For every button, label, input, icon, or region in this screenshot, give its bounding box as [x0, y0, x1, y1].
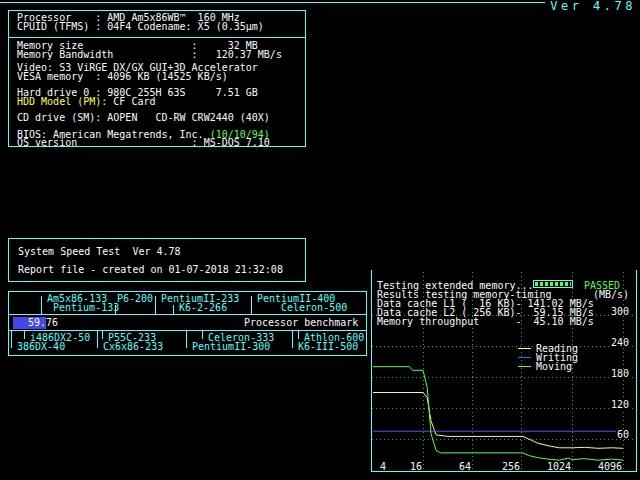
benchmark-tick [155, 296, 156, 314]
benchmark-cpu-label: K6-III-500 [298, 342, 358, 351]
benchmark-tick [292, 330, 293, 348]
benchmark-cpu-label: Celeron-500 [281, 303, 347, 312]
benchmark-bar-bottom-line [9, 330, 366, 331]
info-segment: VESA memory : 4096 KB (14525 KB/s) [17, 71, 228, 82]
memtest-progress-bar [533, 280, 573, 288]
benchmark-tick [173, 305, 174, 314]
y-axis-label: 300 [610, 307, 630, 316]
info-row: CD drive (SM): AOPEN CD-RW CRW2440 (40X) [17, 113, 270, 122]
top-divider-line [0, 2, 545, 3]
info-row: VESA memory : 4096 KB (14525 KB/s) [17, 72, 228, 81]
x-axis-label: 4096 [597, 462, 623, 471]
x-axis-label: 256 [501, 462, 521, 471]
report-title: System Speed Test Ver 4.78 [18, 247, 181, 256]
info-segment: CD drive (SM): AOPEN CD-RW CRW2440 (40X) [17, 112, 270, 123]
info-segment: Memory Bandwidth : 120.37 MB/s [17, 49, 282, 60]
benchmark-cpu-label: K6-2-266 [179, 303, 227, 312]
benchmark-cpu-label: 386DX-40 [17, 342, 65, 351]
x-axis-label: 16 [409, 462, 423, 471]
info-row: HDD Model (PM): CF Card [17, 97, 155, 106]
info-segment: CPUID (TFMS) : 04F4 Codename: X5 (0.35µm… [17, 21, 264, 32]
y-axis-label: 60 [616, 430, 630, 439]
benchmark-tick [24, 330, 25, 339]
info-segment: HDD Model (PM): [17, 96, 107, 107]
legend-swatch [518, 348, 531, 349]
progress-fill [535, 282, 571, 286]
benchmark-tick [41, 296, 42, 314]
unit-label: (MB/s) [592, 290, 630, 299]
benchmark-score: 59.76 [28, 318, 58, 327]
y-axis-label: 240 [610, 338, 630, 347]
benchmark-tick [11, 330, 12, 348]
series-line-moving [373, 367, 623, 461]
legend-swatch [518, 357, 531, 358]
benchmark-cpu-label: P6-200 [117, 294, 153, 303]
info-row: OS version : MS-DOS 7.10 [17, 138, 270, 147]
x-axis-label: 4 [379, 462, 387, 471]
benchmark-cpu-label: PentiumII-300 [192, 342, 270, 351]
info-row: CPUID (TFMS) : 04F4 Codename: X5 (0.35µm… [17, 22, 264, 31]
series-line-reading [373, 393, 623, 449]
legend-label: Moving [536, 362, 572, 371]
info-segment: CF Card [107, 96, 155, 107]
x-axis-label: 64 [458, 462, 472, 471]
benchmark-tick [115, 305, 116, 314]
info-row: Memory Bandwidth : 120.37 MB/s [17, 50, 282, 59]
report-file-line: Report file - created on 01-07-2018 21:3… [18, 265, 283, 274]
info-segment: OS version : MS-DOS 7.10 [17, 137, 270, 148]
benchmark-tick [298, 330, 299, 339]
benchmark-tick [251, 296, 252, 314]
dos-screen: Ver 4.78 Processor : AMD Am5x86WB™ 160 M… [0, 0, 640, 480]
benchmark-bar-top-line [9, 314, 366, 315]
benchmark-cpu-label: Cx6x86-233 [103, 342, 163, 351]
x-axis-label: 1024 [546, 462, 572, 471]
report-box: System Speed Test Ver 4.78 Report file -… [8, 238, 306, 282]
benchmark-tick [202, 330, 203, 339]
benchmark-tick [186, 330, 187, 348]
y-axis-label: 180 [610, 369, 630, 378]
version-label: Ver 4.78 [550, 1, 636, 12]
legend-swatch [518, 366, 531, 367]
result-row-memory: Memory throughput - 45.10 MB/s [377, 317, 594, 326]
benchmark-tick [102, 330, 103, 339]
benchmark-cpu-label: Pentium-133 [53, 303, 119, 312]
benchmark-title: Processor benchmark [244, 318, 358, 327]
y-axis-label: 120 [610, 400, 630, 409]
benchmark-tick [97, 330, 98, 348]
